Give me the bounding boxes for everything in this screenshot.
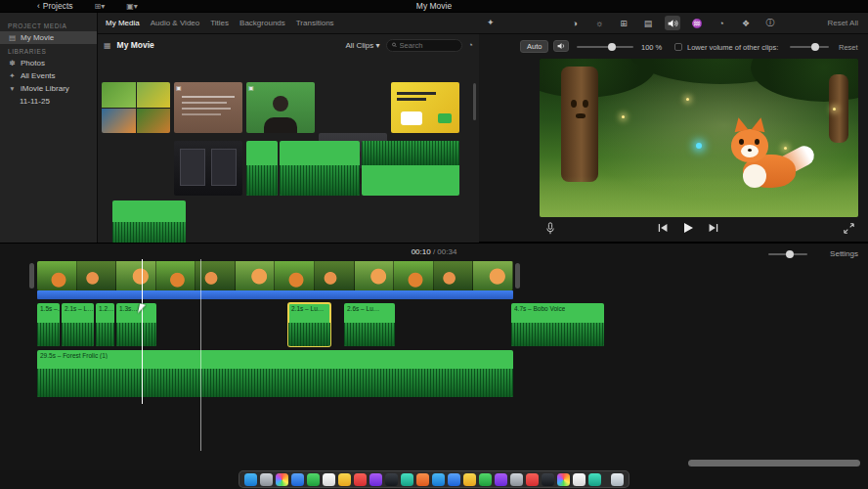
dock-icon[interactable] bbox=[542, 473, 554, 486]
sidebar-item-imovie-library[interactable]: ▾ iMovie Library bbox=[0, 82, 97, 95]
reset-button[interactable]: Reset bbox=[839, 43, 858, 52]
dock-icon[interactable] bbox=[338, 473, 351, 486]
dock-icon[interactable] bbox=[276, 473, 288, 486]
browser-scrollbar[interactable] bbox=[473, 83, 476, 120]
sidebar: PROJECT MEDIA ▤ My Movie LIBRARIES ✽ Pho… bbox=[0, 13, 98, 243]
dock-icon[interactable] bbox=[260, 473, 273, 486]
browser-header: ▦ My Movie All Clips ▾ ◔ bbox=[98, 37, 479, 53]
enhance-wand-icon[interactable]: ✦ bbox=[487, 18, 495, 27]
butterfly bbox=[696, 143, 702, 149]
dock-icon[interactable] bbox=[588, 473, 601, 486]
sidebar-item-my-movie[interactable]: ▤ My Movie bbox=[0, 31, 97, 44]
volume-icon[interactable] bbox=[665, 16, 680, 30]
imovie-window: ‹ Projects ⊞▾ ▣▾ My Movie PROJECT MEDIA … bbox=[0, 0, 868, 489]
media-thumbnail[interactable] bbox=[246, 141, 278, 196]
dock-icon[interactable] bbox=[463, 473, 476, 486]
reset-all-button[interactable]: Reset All bbox=[827, 19, 858, 27]
crop-icon[interactable]: ⊞ bbox=[616, 16, 631, 30]
lower-volume-checkbox[interactable] bbox=[674, 43, 682, 51]
timeline-zoom-knob[interactable] bbox=[786, 250, 794, 258]
timeline-settings-button[interactable]: Settings bbox=[830, 249, 858, 258]
media-thumbnail[interactable] bbox=[280, 141, 360, 196]
search-box[interactable] bbox=[386, 39, 462, 52]
waveform bbox=[62, 323, 94, 346]
media-thumbnail[interactable] bbox=[362, 141, 459, 196]
dock-icon[interactable] bbox=[307, 473, 320, 486]
volume-slider[interactable] bbox=[577, 46, 633, 48]
playhead[interactable] bbox=[142, 259, 143, 404]
media-thumbnail[interactable]: ▣ bbox=[246, 82, 315, 133]
current-time: 00:10 bbox=[412, 247, 431, 256]
sidebar-item-event-11-11-25[interactable]: 11-11-25 bbox=[0, 95, 97, 108]
mute-button[interactable] bbox=[553, 40, 569, 52]
audio-clip[interactable]: 1.3s… bbox=[116, 303, 156, 346]
info-icon[interactable]: ⓘ bbox=[762, 16, 778, 30]
lower-volume-knob[interactable] bbox=[811, 43, 819, 51]
noise-reduction-icon[interactable]: ♒ bbox=[689, 16, 705, 30]
color-balance-icon[interactable]: ◑ bbox=[567, 16, 583, 30]
sidebar-item-label: 11-11-25 bbox=[20, 97, 50, 106]
media-thumbnail[interactable]: ▣ bbox=[174, 82, 242, 133]
dock-icon[interactable] bbox=[510, 473, 523, 486]
trim-handle-left[interactable] bbox=[29, 263, 34, 289]
media-thumbnail[interactable] bbox=[102, 82, 170, 133]
clip-duration-icon[interactable]: ◔ bbox=[468, 40, 473, 50]
tab-titles[interactable]: Titles bbox=[210, 19, 229, 27]
stabilization-icon[interactable]: ▤ bbox=[640, 16, 656, 30]
skip-forward-button[interactable] bbox=[708, 223, 718, 233]
dock-icon[interactable] bbox=[385, 473, 398, 486]
play-button[interactable] bbox=[682, 222, 694, 234]
video-audio-track[interactable] bbox=[37, 290, 513, 299]
media-thumbnail[interactable] bbox=[391, 82, 459, 133]
video-clip-filmstrip[interactable] bbox=[37, 261, 513, 290]
dock-icon[interactable] bbox=[369, 473, 382, 486]
dock-icon[interactable] bbox=[479, 473, 492, 486]
dock-icon[interactable] bbox=[291, 473, 304, 486]
dock-icon[interactable] bbox=[432, 473, 445, 486]
clip-filter-dropdown[interactable]: All Clips ▾ bbox=[345, 41, 379, 50]
media-thumbnail[interactable] bbox=[112, 200, 186, 247]
color-correction-icon[interactable]: ☼ bbox=[591, 16, 607, 30]
voiceover-mic-icon[interactable] bbox=[545, 222, 555, 235]
trim-handle-right[interactable] bbox=[515, 263, 520, 289]
audio-clip[interactable]: 2.1s – L… bbox=[62, 303, 94, 346]
media-thumbnail[interactable] bbox=[174, 141, 242, 196]
timeline-zoom-slider[interactable] bbox=[768, 253, 807, 255]
dock-icon[interactable] bbox=[495, 473, 507, 486]
clip-filter-icon[interactable]: ❖ bbox=[738, 16, 754, 30]
audio-clip-selected[interactable]: 2.1s – Lu… bbox=[288, 303, 330, 346]
volume-slider-knob[interactable] bbox=[608, 43, 616, 51]
sidebar-item-photos[interactable]: ✽ Photos bbox=[0, 57, 97, 69]
dock-icon[interactable] bbox=[416, 473, 429, 486]
dock-trash-icon[interactable] bbox=[611, 473, 624, 486]
dock-icon[interactable] bbox=[557, 473, 570, 486]
tab-backgrounds[interactable]: Backgrounds bbox=[239, 19, 285, 27]
dock-icon[interactable] bbox=[323, 473, 335, 486]
lower-volume-slider[interactable] bbox=[790, 46, 829, 48]
speed-icon[interactable]: ◔ bbox=[714, 16, 729, 30]
film-icon: ▤ bbox=[8, 33, 17, 42]
clip-badge-icon: ▣ bbox=[176, 84, 182, 91]
dock-icon[interactable] bbox=[448, 473, 460, 486]
sidebar-item-all-events[interactable]: ✦ All Events bbox=[0, 69, 97, 82]
skip-back-button[interactable] bbox=[658, 223, 669, 233]
background-music-clip[interactable]: 29.5s – Forest Frolic (1) bbox=[37, 350, 513, 397]
dock-icon[interactable] bbox=[573, 473, 586, 486]
audio-clip[interactable]: 1.2… bbox=[96, 303, 114, 346]
camera-badge-icon: ▣ bbox=[248, 84, 254, 91]
search-input[interactable] bbox=[400, 41, 456, 50]
audio-clip[interactable]: 4.7s – Bobo Voice bbox=[511, 303, 604, 346]
dock-icon[interactable] bbox=[401, 473, 413, 486]
tab-audio-video[interactable]: Audio & Video bbox=[151, 19, 200, 27]
auto-volume-button[interactable]: Auto bbox=[520, 40, 548, 53]
dock-icon[interactable] bbox=[526, 473, 539, 486]
tab-my-media[interactable]: My Media bbox=[106, 19, 140, 27]
tab-transitions[interactable]: Transitions bbox=[296, 19, 334, 27]
dock-icon[interactable] bbox=[354, 473, 367, 486]
audio-clip[interactable]: 1.5s –… bbox=[37, 303, 60, 346]
audio-clip[interactable]: 2.6s – Lu… bbox=[344, 303, 395, 346]
timeline-horizontal-scrollbar[interactable] bbox=[688, 460, 860, 467]
fullscreen-icon[interactable] bbox=[844, 223, 854, 234]
dock-icon[interactable] bbox=[244, 473, 257, 486]
thumbnail-view-icon[interactable]: ▦ bbox=[104, 41, 111, 50]
